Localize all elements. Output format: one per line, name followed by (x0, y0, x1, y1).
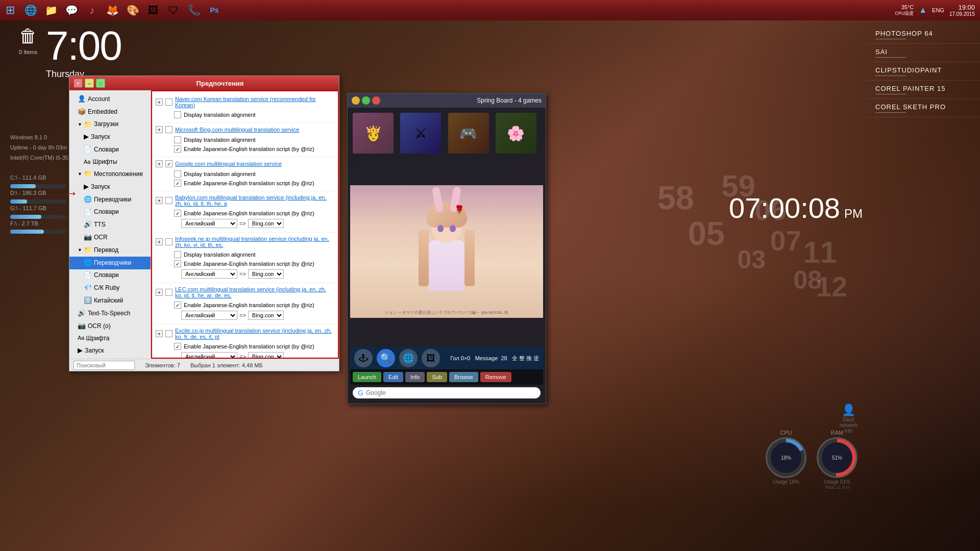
check-excite[interactable] (165, 330, 173, 337)
tree-slovari-2[interactable]: 📄 Словари (69, 206, 151, 219)
sb-close-button[interactable] (372, 96, 380, 105)
sb-maximize-button[interactable] (362, 96, 370, 105)
tree-shrifta[interactable]: Aa Шрифта (69, 333, 151, 344)
infoseek-link[interactable]: Infoseek.ne.jp multilingual translation … (175, 236, 334, 248)
lec-link[interactable]: LEC.com multilingual translation service… (175, 286, 334, 298)
security-taskbar-icon[interactable]: 🛡 (164, 1, 183, 19)
gallery-taskbar-icon[interactable]: 🖼 (144, 1, 162, 19)
expand-infoseek[interactable]: + (156, 238, 163, 245)
app-photoshop[interactable]: PHOTOSHOP 64 (868, 26, 980, 44)
remove-button[interactable]: Remove (480, 372, 511, 382)
check-google[interactable]: ✓ (165, 160, 173, 167)
tree-ocr-1[interactable]: 📷 OCR (69, 231, 151, 244)
tree-embedded[interactable]: 📦 Embedded (69, 106, 151, 118)
recycle-bin[interactable]: 🗑 0 Items (10, 26, 46, 55)
itunes-taskbar-icon[interactable]: ♪ (83, 1, 101, 19)
sub-button[interactable]: Sub (427, 372, 447, 382)
app-sai[interactable]: SAI (868, 44, 980, 62)
babylon-lang-from[interactable]: Английский (181, 219, 237, 228)
lec-lang-from[interactable]: Английский (181, 311, 237, 320)
check-infoseek-align[interactable] (174, 251, 181, 258)
check-google-script[interactable]: ✓ (174, 180, 181, 187)
maximize-button[interactable]: □ (96, 79, 105, 88)
google-link[interactable]: Google.com multilingual translation serv… (175, 161, 334, 167)
naver-link[interactable]: Naver.com Korean translation service (re… (175, 96, 334, 108)
lang-indicator[interactable]: ENG (932, 7, 944, 13)
tree-ck-ruby[interactable]: 💎 С/К Ruby (69, 282, 151, 294)
skype-taskbar-icon[interactable]: 📞 (185, 1, 203, 19)
babylon-lang-to[interactable]: Bing.com (248, 219, 284, 228)
tree-kitaysky[interactable]: 🈳 Китайский (69, 294, 151, 307)
tree-zapusk-3[interactable]: ▶ Запуск (69, 344, 151, 357)
expand-bing[interactable]: + (156, 126, 163, 133)
icon-joystick[interactable]: 🕹 (354, 349, 373, 367)
game-thumb-4[interactable]: 🌸 (496, 113, 536, 154)
expand-naver[interactable]: + (156, 98, 163, 106)
tree-zapusk-1[interactable]: ▶ Запуск (69, 131, 151, 143)
infoseek-lang-to[interactable]: Bing.com (248, 269, 284, 279)
tree-tts-1[interactable]: 🔊 TTS (69, 218, 151, 231)
check-bing-script[interactable]: ✓ (174, 145, 181, 153)
icon-search[interactable]: 🔍 (377, 349, 395, 367)
springboard-titlebar[interactable]: Spring Board - 4 games (348, 93, 546, 108)
browser2-taskbar-icon[interactable]: 🦊 (103, 1, 121, 19)
messenger-taskbar-icon[interactable]: 💬 (62, 1, 81, 19)
check-babylon[interactable] (165, 197, 173, 204)
folder-taskbar-icon[interactable]: 📁 (42, 1, 60, 19)
app-clipstudio[interactable]: CLIPSTUDIOPAINT (868, 62, 980, 81)
check-excite-script[interactable]: ✓ (174, 343, 181, 350)
game-thumb-1[interactable]: 👸 (353, 113, 394, 154)
ie-taskbar-icon[interactable]: 🌐 (21, 1, 40, 19)
expand-google[interactable]: + (156, 160, 163, 167)
tree-shrifty[interactable]: Aa Шрифты (69, 156, 151, 168)
tree-perevodchiki-1[interactable]: 🌐 Переводчики (69, 193, 151, 206)
tree-slovari-3[interactable]: 📄 Словари (69, 269, 151, 282)
launch-button[interactable]: Launch (353, 372, 381, 382)
sb-minimize-button[interactable] (352, 96, 360, 105)
photoshop-taskbar-icon[interactable]: Ps (205, 1, 224, 19)
excite-link[interactable]: Excite.co.jp multilingual translation se… (175, 328, 334, 340)
tree-perevodchiki-2[interactable]: 🌐 Переводчики (69, 257, 151, 269)
app-corel-sketch[interactable]: COREL SKETH PRO (868, 99, 980, 117)
tree-zapusk-2[interactable]: ▶ Запуск (69, 181, 151, 193)
icon-globe[interactable]: 🌐 (399, 349, 418, 367)
color-taskbar-icon[interactable]: 🎨 (124, 1, 142, 19)
app-corel-painter[interactable]: COREL PAINTER 15 (868, 81, 980, 99)
check-naver[interactable] (165, 98, 173, 106)
check-lec[interactable] (165, 289, 173, 296)
check-babylon-script[interactable]: ✓ (174, 210, 181, 217)
edit-button[interactable]: Edit (383, 372, 403, 382)
expand-excite[interactable]: + (156, 330, 163, 337)
browse-button[interactable]: Browse (449, 372, 478, 382)
tree-tts-2[interactable]: 🔊 Text-To-Speech (69, 307, 151, 320)
check-infoseek-script[interactable]: ✓ (174, 260, 181, 267)
minimize-button[interactable]: – (85, 79, 94, 88)
check-bing[interactable] (165, 126, 173, 133)
check-naver-align[interactable] (174, 111, 181, 118)
google-search-input[interactable] (366, 389, 535, 396)
check-bing-align[interactable] (174, 136, 181, 143)
game-thumb-2[interactable]: ⚔ (400, 113, 441, 154)
expand-lec[interactable]: + (156, 289, 163, 296)
bing-link[interactable]: Microsoft Bing.com multilingual translat… (175, 127, 334, 133)
close-button[interactable]: × (74, 79, 83, 88)
preferences-titlebar[interactable]: × – □ Предпочтения (69, 76, 339, 90)
excite-lang-to[interactable]: Bing.com (248, 352, 284, 359)
icon-photo[interactable]: 🖼 (422, 349, 440, 367)
lec-lang-to[interactable]: Bing.com (248, 311, 284, 320)
check-infoseek[interactable] (165, 238, 173, 245)
excite-lang-from[interactable]: Английский (181, 352, 237, 359)
babylon-link[interactable]: Babylon.com multilingual translation ser… (175, 194, 334, 207)
tree-zagruzki[interactable]: ▼ 📁 Загрузки (69, 118, 151, 131)
windows-start-button[interactable]: ⊞ (1, 1, 19, 19)
tree-account[interactable]: 👤 Account (69, 93, 151, 106)
check-google-align[interactable] (174, 170, 181, 178)
game-thumb-3[interactable]: 🎮 (448, 113, 489, 154)
statusbar-search[interactable] (74, 361, 135, 370)
tree-perevod[interactable]: ▼ 📁 Перевод (69, 244, 151, 257)
info-button[interactable]: Info (405, 372, 425, 382)
infoseek-lang-from[interactable]: Английский (181, 269, 237, 279)
check-lec-script[interactable]: ✓ (174, 302, 181, 309)
expand-babylon[interactable]: + (156, 197, 163, 204)
tree-slovari-1[interactable]: 📄 Словари (69, 143, 151, 156)
